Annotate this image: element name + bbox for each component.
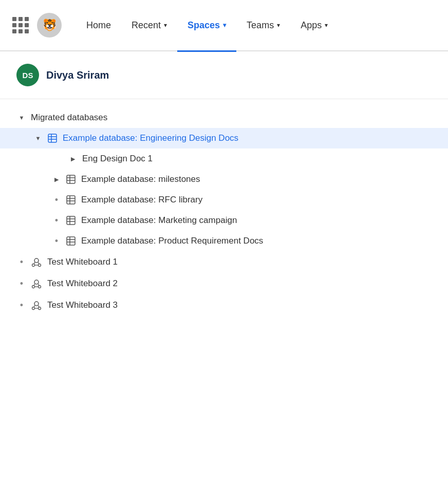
toggle-icon [51, 236, 62, 246]
tree-item-test-whiteboard-3[interactable]: Test Whiteboard 3 [0, 294, 448, 316]
svg-line-29 [34, 284, 35, 286]
svg-point-20 [34, 258, 39, 263]
nav-item-recent[interactable]: Recent ▾ [121, 0, 177, 51]
svg-line-30 [38, 284, 39, 286]
tree-label: Example database: Marketing campaign [81, 215, 237, 226]
tree-item-eng-design-doc-1[interactable]: Eng Design Doc 1 [0, 148, 448, 169]
svg-line-35 [34, 305, 35, 307]
tree-label: Migrated databases [31, 113, 107, 123]
tree-label: Example database: milestones [81, 174, 200, 184]
tree-item-test-whiteboard-2[interactable]: Test Whiteboard 2 [0, 273, 448, 294]
tree-item-example-db-milestones[interactable]: Example database: milestones [0, 169, 448, 190]
nav-label-apps: Apps [301, 20, 322, 31]
toggle-icon [16, 257, 27, 267]
svg-line-23 [34, 262, 35, 264]
svg-point-27 [32, 286, 35, 288]
svg-line-36 [38, 305, 39, 307]
svg-point-32 [34, 302, 39, 306]
toggle-icon [33, 133, 43, 143]
svg-point-28 [39, 286, 41, 288]
chevron-down-icon: ▾ [223, 22, 226, 29]
nav-label-teams: Teams [247, 20, 274, 31]
svg-rect-4 [67, 175, 75, 183]
chevron-down-icon: ▾ [277, 22, 280, 29]
tree-item-example-db-rfc[interactable]: Example database: RFC library [0, 190, 448, 210]
svg-point-33 [32, 307, 35, 310]
tree-label: Test Whiteboard 3 [47, 300, 118, 310]
chevron-down-icon: ▾ [164, 22, 167, 29]
toggle-icon [68, 154, 78, 164]
tree-item-example-db-product[interactable]: Example database: Product Requirement Do… [0, 231, 448, 251]
svg-rect-8 [67, 196, 75, 204]
whiteboard-icon [31, 278, 42, 289]
nav-item-teams[interactable]: Teams ▾ [236, 0, 290, 51]
database-icon [66, 236, 76, 246]
toggle-icon [16, 278, 27, 289]
nav-item-home[interactable]: Home [76, 0, 121, 51]
nav-label-recent: Recent [132, 20, 161, 31]
tree-label: Eng Design Doc 1 [82, 154, 153, 164]
tree-label: Example database: RFC library [81, 195, 202, 205]
database-icon [47, 133, 58, 143]
whiteboard-icon [31, 256, 42, 268]
svg-point-34 [39, 307, 41, 310]
nav-label-home: Home [86, 20, 111, 31]
avatar: DS [16, 64, 39, 86]
toggle-icon [51, 174, 62, 184]
tree: Migrated databases Example database: Eng… [0, 99, 448, 324]
database-icon [66, 215, 76, 226]
tree-label: Example database: Engineering Design Doc… [63, 133, 238, 143]
nav-item-apps[interactable]: Apps ▾ [290, 0, 338, 51]
database-icon [66, 195, 76, 205]
svg-rect-0 [48, 134, 57, 142]
nav-items: Home Recent ▾ Spaces ▾ Teams ▾ Apps ▾ [76, 0, 436, 51]
toggle-icon [51, 215, 62, 226]
svg-point-22 [39, 264, 41, 267]
svg-point-21 [32, 264, 35, 267]
tree-label: Test Whiteboard 1 [47, 257, 118, 267]
tree-item-test-whiteboard-1[interactable]: Test Whiteboard 1 [0, 251, 448, 273]
user-name: Divya Sriram [46, 69, 109, 81]
whiteboard-icon [31, 300, 42, 311]
svg-point-26 [34, 280, 39, 284]
svg-rect-16 [67, 237, 75, 245]
toggle-icon [16, 300, 27, 310]
tree-label: Test Whiteboard 2 [47, 278, 118, 289]
tree-item-example-db-marketing[interactable]: Example database: Marketing campaign [0, 210, 448, 231]
navbar: 🐯 Home Recent ▾ Spaces ▾ Teams ▾ Apps ▾ [0, 0, 448, 51]
toggle-icon [51, 195, 62, 205]
logo[interactable]: 🐯 [37, 13, 62, 38]
tree-item-migrated-databases[interactable]: Migrated databases [0, 107, 448, 128]
nav-label-spaces: Spaces [188, 20, 220, 31]
nav-item-spaces[interactable]: Spaces ▾ [177, 0, 236, 51]
toggle-icon [16, 113, 27, 123]
tree-item-example-db-engineering[interactable]: Example database: Engineering Design Doc… [0, 128, 448, 148]
tree-label: Example database: Product Requirement Do… [81, 236, 263, 246]
grid-icon[interactable] [12, 17, 29, 33]
svg-line-24 [38, 262, 39, 264]
database-icon [66, 174, 76, 184]
chevron-down-icon: ▾ [325, 22, 328, 29]
user-header: DS Divya Sriram [0, 51, 448, 99]
svg-rect-12 [67, 216, 75, 225]
